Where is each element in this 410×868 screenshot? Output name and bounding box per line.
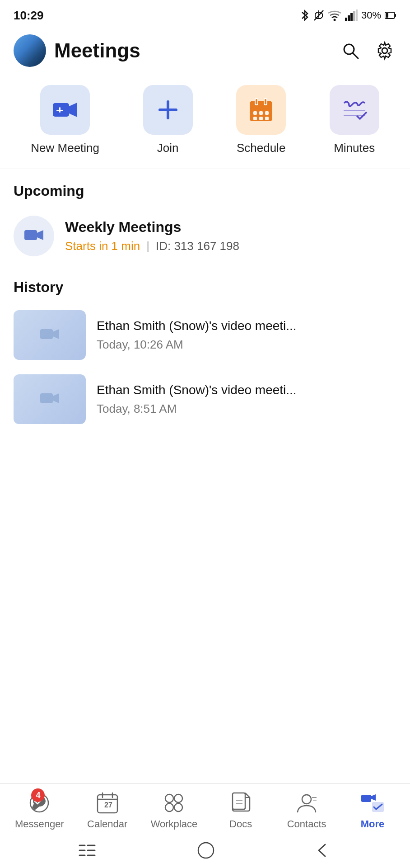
svg-rect-20 [250, 101, 272, 108]
docs-icon [229, 791, 252, 815]
home-circle-icon [197, 842, 214, 859]
svg-point-41 [165, 794, 173, 802]
upcoming-section-label: Upcoming [0, 169, 410, 207]
battery-icon [385, 11, 396, 19]
history-info-1: Ethan Smith (Snow)'s video meeti... Toda… [97, 319, 297, 352]
status-icons: 30% [300, 9, 396, 22]
svg-rect-23 [253, 111, 257, 115]
svg-rect-45 [233, 793, 245, 809]
svg-rect-33 [40, 393, 53, 403]
wifi-icon [328, 9, 341, 21]
svg-point-1 [333, 19, 335, 21]
svg-rect-2 [345, 18, 347, 21]
svg-rect-18 [158, 108, 177, 111]
meeting-id-text: ID: 313 167 198 [156, 239, 239, 253]
svg-rect-9 [386, 13, 388, 18]
minutes-icon [342, 99, 367, 121]
plus-icon [156, 98, 180, 122]
svg-rect-5 [353, 11, 355, 21]
svg-point-44 [174, 803, 182, 811]
svg-point-43 [165, 803, 173, 811]
workplace-icon [162, 791, 186, 815]
back-arrow-icon [315, 843, 332, 858]
calendar-grid-icon [249, 98, 273, 122]
nav-label-more: More [361, 818, 385, 830]
upcoming-title: Weekly Meetings [65, 219, 239, 236]
history-time-1: Today, 10:26 AM [97, 338, 297, 352]
svg-point-48 [302, 795, 311, 804]
sys-nav-home[interactable] [197, 842, 214, 859]
nav-item-docs[interactable]: Docs [218, 791, 263, 830]
upcoming-meeting-item[interactable]: Weekly Meetings Starts in 1 min | ID: 31… [0, 207, 410, 265]
search-icon [340, 41, 360, 61]
history-item-2[interactable]: Ethan Smith (Snow)'s video meeti... Toda… [0, 367, 410, 431]
battery-text: 30% [361, 9, 381, 21]
nav-item-contacts[interactable]: Contacts [284, 791, 329, 830]
new-meeting-action[interactable]: New Meeting [31, 85, 99, 155]
nav-item-messenger[interactable]: 4 Messenger [15, 791, 64, 830]
new-meeting-icon-wrap [40, 85, 90, 135]
sys-nav-menu[interactable] [78, 843, 97, 858]
video-thumb-icon-1 [40, 327, 60, 343]
avatar[interactable] [14, 34, 46, 67]
join-action[interactable]: Join [143, 85, 193, 155]
svg-rect-24 [259, 111, 263, 115]
minutes-icon-wrap [330, 85, 379, 135]
nav-item-calendar[interactable]: 27 Calendar [85, 791, 130, 830]
svg-rect-8 [395, 14, 396, 17]
sys-nav-back[interactable] [315, 843, 332, 858]
history-title-2: Ethan Smith (Snow)'s video meeti... [97, 383, 297, 397]
svg-point-42 [174, 794, 182, 802]
svg-marker-30 [37, 230, 43, 240]
gear-icon [375, 41, 395, 61]
schedule-icon-wrap [236, 85, 286, 135]
status-bar: 10:29 30% [0, 0, 410, 27]
svg-rect-31 [40, 329, 53, 339]
system-nav-bar [0, 835, 410, 868]
svg-rect-51 [361, 795, 371, 802]
signal-icon [345, 9, 358, 21]
settings-button[interactable] [373, 39, 396, 62]
nav-label-calendar: Calendar [87, 818, 127, 830]
svg-marker-14 [69, 103, 77, 117]
nav-item-workplace[interactable]: Workplace [151, 791, 198, 830]
mute-icon [313, 9, 324, 21]
header-left: Meetings [14, 34, 140, 67]
svg-rect-21 [255, 99, 258, 105]
upcoming-section: Upcoming Weekly Meetings Starts in 1 min… [0, 169, 410, 265]
bottom-nav: 4 Messenger 27 Calendar Workplace [0, 783, 410, 868]
search-button[interactable] [339, 39, 362, 62]
page-title: Meetings [54, 39, 140, 62]
bluetooth-icon [300, 9, 310, 22]
video-camera-icon [52, 100, 78, 119]
nav-item-more[interactable]: More [350, 791, 395, 830]
meeting-video-icon [24, 228, 44, 244]
history-item[interactable]: Ethan Smith (Snow)'s video meeti... Toda… [0, 303, 410, 367]
svg-marker-32 [53, 329, 59, 339]
svg-rect-3 [348, 15, 350, 21]
history-section: History Ethan Smith (Snow)'s video meeti… [0, 265, 410, 431]
svg-rect-6 [356, 9, 358, 21]
menu-lines-icon [78, 843, 97, 858]
join-icon-wrap [143, 85, 193, 135]
svg-rect-25 [265, 111, 269, 115]
svg-line-11 [353, 53, 358, 58]
nav-label-workplace: Workplace [151, 818, 198, 830]
svg-rect-28 [265, 117, 269, 120]
starts-soon-text: Starts in 1 min [65, 239, 140, 253]
svg-point-12 [382, 48, 387, 53]
status-time: 10:29 [14, 9, 44, 23]
video-thumb-icon-2 [40, 392, 60, 407]
join-label: Join [157, 141, 179, 155]
schedule-action[interactable]: Schedule [236, 85, 286, 155]
history-time-2: Today, 8:51 AM [97, 402, 297, 416]
header-actions [339, 39, 396, 62]
history-info-2: Ethan Smith (Snow)'s video meeti... Toda… [97, 383, 297, 416]
contacts-icon [295, 791, 318, 815]
minutes-action[interactable]: Minutes [330, 85, 379, 155]
history-section-label: History [0, 265, 410, 303]
upcoming-meta: Starts in 1 min | ID: 313 167 198 [65, 239, 239, 253]
nav-items: 4 Messenger 27 Calendar Workplace [0, 784, 410, 835]
svg-rect-27 [259, 117, 263, 120]
history-thumb-1 [14, 310, 86, 360]
